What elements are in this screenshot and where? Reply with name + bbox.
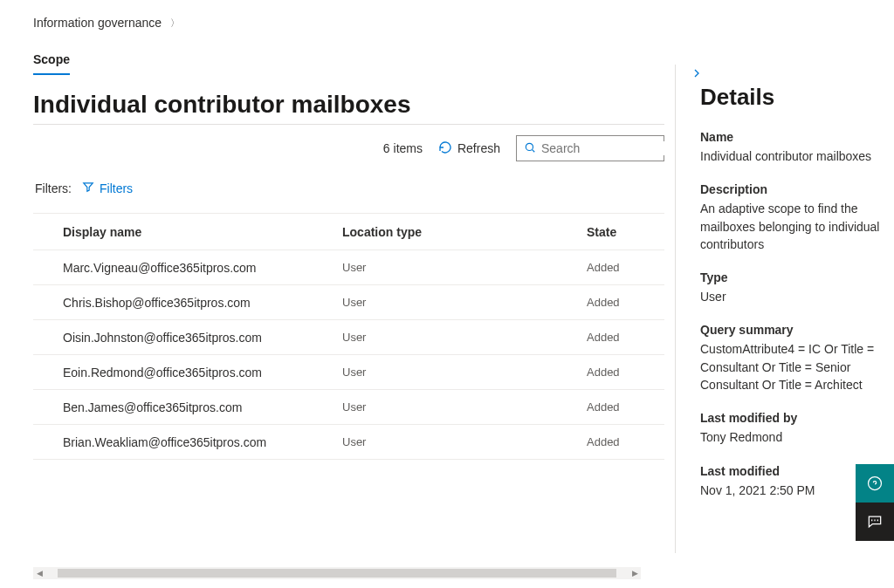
field-query-summary: Query summary CustomAttribute4 = IC Or T… — [700, 323, 880, 393]
side-actions — [856, 464, 894, 541]
breadcrumb: Information governance 〉 — [0, 0, 894, 38]
cell-display-name: Brian.Weakliam@office365itpros.com — [63, 435, 342, 449]
divider — [33, 124, 664, 125]
filters-button[interactable]: Filters — [82, 181, 133, 195]
table-row[interactable]: Chris.Bishop@office365itpros.com User Ad… — [33, 285, 664, 320]
table-row[interactable]: Eoin.Redmond@office365itpros.com User Ad… — [33, 355, 664, 390]
item-count: 6 items — [383, 141, 423, 155]
col-header-display-name[interactable]: Display name — [63, 225, 342, 239]
collapse-panel-button[interactable] — [690, 66, 704, 84]
table-row[interactable]: Marc.Vigneau@office365itpros.com User Ad… — [33, 250, 664, 285]
field-value: CustomAttribute4 = IC Or Title = Consult… — [700, 340, 880, 393]
search-input[interactable] — [541, 141, 694, 155]
filters-label: Filters: — [35, 181, 72, 195]
tab-scope[interactable]: Scope — [33, 47, 70, 75]
field-value: Tony Redmond — [700, 428, 880, 446]
field-label: Name — [700, 130, 880, 144]
filters-button-label: Filters — [100, 181, 133, 195]
feedback-button[interactable] — [856, 503, 894, 541]
cell-state: Added — [587, 261, 661, 274]
scroll-left-icon[interactable]: ◀ — [33, 567, 45, 579]
svg-line-1 — [533, 149, 535, 152]
table-header: Display name Location type State — [33, 214, 664, 250]
cell-location-type: User — [342, 331, 587, 344]
cell-location-type: User — [342, 400, 587, 414]
cell-state: Added — [587, 331, 661, 344]
cell-location-type: User — [342, 261, 587, 274]
cell-display-name: Marc.Vigneau@office365itpros.com — [63, 261, 342, 275]
field-description: Description An adaptive scope to find th… — [700, 182, 880, 253]
field-label: Query summary — [700, 323, 880, 337]
field-value: User — [700, 288, 880, 305]
filter-icon — [82, 181, 94, 195]
details-title: Details — [700, 84, 880, 111]
filters-row: Filters: Filters — [33, 170, 675, 213]
svg-point-0 — [526, 143, 533, 150]
table-row[interactable]: Brian.Weakliam@office365itpros.com User … — [33, 425, 664, 460]
cell-state: Added — [587, 400, 661, 414]
field-label: Type — [700, 270, 880, 284]
breadcrumb-item[interactable]: Information governance — [33, 16, 162, 30]
items-table: Display name Location type State Marc.Vi… — [33, 213, 664, 460]
table-row[interactable]: Ben.James@office365itpros.com User Added — [33, 390, 664, 425]
scrollbar-track[interactable] — [45, 567, 629, 579]
col-header-location-type[interactable]: Location type — [342, 225, 587, 239]
field-modified-by: Last modified by Tony Redmond — [700, 411, 880, 446]
table-row[interactable]: Oisin.Johnston@office365itpros.com User … — [33, 320, 664, 355]
toolbar: 6 items Refresh — [33, 133, 675, 170]
field-value: Individual contributor mailboxes — [700, 147, 880, 165]
refresh-icon — [438, 140, 452, 157]
field-type: Type User — [700, 270, 880, 305]
svg-point-2 — [869, 477, 882, 490]
search-icon — [524, 141, 536, 156]
field-value: An adaptive scope to find the mailboxes … — [700, 200, 880, 253]
cell-state: Added — [587, 296, 661, 309]
cell-display-name: Oisin.Johnston@office365itpros.com — [63, 331, 342, 345]
search-box[interactable] — [516, 135, 664, 161]
help-button[interactable] — [856, 464, 894, 503]
field-label: Last modified — [700, 464, 880, 478]
refresh-label: Refresh — [457, 141, 500, 155]
field-last-modified: Last modified Nov 1, 2021 2:50 PM — [700, 464, 880, 499]
col-header-state[interactable]: State — [587, 225, 661, 239]
field-label: Last modified by — [700, 411, 880, 425]
cell-state: Added — [587, 366, 661, 379]
cell-location-type: User — [342, 366, 587, 379]
cell-location-type: User — [342, 296, 587, 309]
scrollbar-thumb[interactable] — [58, 569, 616, 578]
horizontal-scrollbar[interactable]: ◀ ▶ — [33, 567, 641, 579]
refresh-button[interactable]: Refresh — [438, 140, 500, 157]
field-name: Name Individual contributor mailboxes — [700, 130, 880, 165]
cell-display-name: Eoin.Redmond@office365itpros.com — [63, 366, 342, 379]
cell-display-name: Ben.James@office365itpros.com — [63, 400, 342, 414]
scroll-right-icon[interactable]: ▶ — [629, 567, 641, 579]
cell-state: Added — [587, 435, 661, 448]
page-title: Individual contributor mailboxes — [33, 91, 675, 119]
chevron-right-icon: 〉 — [170, 17, 180, 30]
cell-display-name: Chris.Bishop@office365itpros.com — [63, 296, 342, 310]
tab-row: Scope — [33, 47, 675, 75]
cell-location-type: User — [342, 435, 587, 448]
field-label: Description — [700, 182, 880, 196]
field-value: Nov 1, 2021 2:50 PM — [700, 482, 880, 499]
